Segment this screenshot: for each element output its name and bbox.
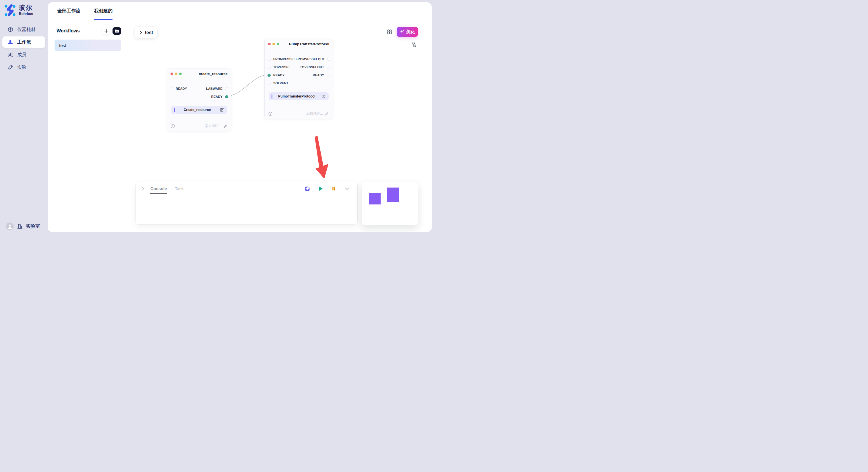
- sidebar-item-label: 仪器耗材: [17, 27, 36, 33]
- workflows-header: Workflows: [57, 27, 121, 35]
- import-folder-button[interactable]: [113, 27, 121, 35]
- input-port-fromvessel[interactable]: FROMVESSEL: [268, 57, 296, 61]
- dot-red: [170, 72, 173, 75]
- description-placeholder[interactable]: 添加描述...: [306, 111, 323, 116]
- avatar[interactable]: [6, 223, 14, 230]
- port-row: TOVESSEL TOVESSELOUT: [265, 63, 333, 71]
- minimap[interactable]: [362, 182, 418, 225]
- port-circle[interactable]: [268, 58, 271, 61]
- console-expand-button[interactable]: [142, 187, 145, 191]
- output-port-fromvesselout[interactable]: FROMVESSELOUT: [296, 57, 331, 61]
- experiment-icon: [7, 65, 13, 70]
- port-circle[interactable]: [327, 66, 330, 69]
- chevron-right-icon: [139, 31, 143, 35]
- traffic-dots: [268, 43, 279, 45]
- chevron-down-icon: [344, 186, 350, 192]
- node-header: PumpTransferProtocol: [265, 39, 333, 49]
- node-ports: FROMVESSEL FROMVESSELOUT TOVESSEL: [265, 55, 333, 87]
- port-circle[interactable]: [327, 74, 330, 77]
- edit-icon[interactable]: [220, 107, 224, 112]
- workspace-switcher[interactable]: 实验室: [6, 223, 40, 230]
- filter-button[interactable]: [411, 42, 416, 48]
- dot-red: [268, 43, 271, 45]
- port-circle-connected[interactable]: [268, 74, 271, 77]
- workflow-tabbar: 全部工作流 我创建的: [48, 2, 432, 20]
- building-icon: [17, 224, 23, 229]
- pause-button[interactable]: [331, 186, 337, 192]
- info-icon[interactable]: [171, 124, 175, 128]
- brand: 玻尔 Bohrium: [4, 4, 33, 16]
- node-title: PumpTransferProtocol: [279, 42, 329, 46]
- workflow-icon: [7, 39, 13, 45]
- workflow-canvas[interactable]: test create_resource: [127, 20, 432, 232]
- app-root: 玻尔 Bohrium 仪器耗材 工作流: [0, 0, 434, 236]
- port-circle[interactable]: [327, 58, 330, 61]
- port-circle[interactable]: [268, 66, 271, 69]
- bohrium-logo-icon: [4, 4, 16, 16]
- pencil-icon[interactable]: [223, 124, 227, 128]
- node-ports: READY LABWARE READY: [167, 85, 231, 101]
- input-port-ready[interactable]: READY: [268, 73, 285, 77]
- beautify-button[interactable]: 美化: [397, 27, 418, 37]
- annotation-arrow: [315, 136, 328, 178]
- add-workflow-button[interactable]: [102, 27, 111, 35]
- console-panel: Console Task: [135, 182, 358, 225]
- collapse-button[interactable]: [344, 186, 350, 192]
- brand-text: 玻尔 Bohrium: [19, 4, 33, 16]
- port-row: SOLVENT: [265, 79, 333, 87]
- tab-my-created[interactable]: 我创建的: [94, 2, 113, 20]
- brand-subtitle: Bohrium: [19, 12, 33, 16]
- sidebar-item-workflow[interactable]: 工作流: [2, 36, 45, 48]
- user-icon: [7, 224, 12, 229]
- port-circle-connected[interactable]: [225, 95, 228, 98]
- port-circle[interactable]: [170, 87, 173, 90]
- sidebar-item-label: 实验: [17, 65, 26, 71]
- edit-icon[interactable]: [321, 94, 326, 99]
- brand-title: 玻尔: [19, 4, 33, 11]
- save-icon: [305, 186, 310, 192]
- info-icon[interactable]: [268, 112, 272, 116]
- port-circle[interactable]: [225, 87, 228, 90]
- description-placeholder[interactable]: 添加描述...: [205, 124, 221, 129]
- sidebar-item-members[interactable]: 成员: [2, 49, 45, 61]
- plus-icon: [104, 29, 108, 33]
- funnel-icon: [411, 42, 416, 47]
- tab-all-workflows[interactable]: 全部工作流: [57, 2, 81, 20]
- folder-download-icon: [115, 29, 119, 34]
- node-action-button[interactable]: Create_resource: [171, 106, 227, 114]
- run-button[interactable]: [318, 186, 323, 192]
- task-tab[interactable]: Task: [174, 182, 184, 195]
- node-pump-transfer-protocol[interactable]: PumpTransferProtocol FROMVESSEL FROMVESS…: [265, 39, 333, 119]
- sidebar-item-instruments[interactable]: 仪器耗材: [2, 24, 45, 35]
- output-port-ready[interactable]: READY: [211, 95, 228, 98]
- breadcrumb-label: test: [145, 30, 153, 35]
- sidebar-item-label: 成员: [17, 52, 26, 58]
- port-row: READY READY: [265, 71, 333, 79]
- workflow-list-item-test[interactable]: test: [55, 40, 121, 51]
- command-icon: [387, 29, 392, 34]
- save-button[interactable]: [305, 186, 310, 192]
- pencil-icon[interactable]: [325, 112, 329, 116]
- node-action-button[interactable]: PumpTransferProtocol: [269, 92, 329, 100]
- output-port-ready[interactable]: READY: [313, 73, 330, 77]
- console-tab[interactable]: Console: [150, 182, 167, 195]
- breadcrumb[interactable]: test: [135, 27, 157, 38]
- sidebar-item-experiments[interactable]: 实验: [2, 62, 45, 73]
- console-header: Console Task: [136, 182, 358, 195]
- output-port-tovesselout[interactable]: TOVESSELOUT: [300, 65, 330, 69]
- layout-grid-button[interactable]: [387, 29, 392, 36]
- workflows-title: Workflows: [57, 28, 100, 34]
- port-row: READY: [167, 93, 231, 101]
- input-port-tovessel[interactable]: TOVESSEL: [268, 65, 290, 69]
- chevron-right-icon: [142, 187, 145, 191]
- workspace-label: 实验室: [26, 224, 40, 229]
- input-port-solvent[interactable]: SOLVENT: [268, 81, 288, 85]
- node-footer: 添加描述...: [268, 111, 329, 116]
- node-create-resource[interactable]: create_resource READY LABWARE: [167, 69, 231, 131]
- output-port-labware[interactable]: LABWARE: [206, 87, 228, 90]
- sparkles-icon: [400, 30, 405, 34]
- package-icon: [7, 27, 13, 32]
- port-circle[interactable]: [268, 82, 271, 85]
- input-port-ready[interactable]: READY: [170, 87, 187, 90]
- connection-edge[interactable]: [227, 75, 268, 96]
